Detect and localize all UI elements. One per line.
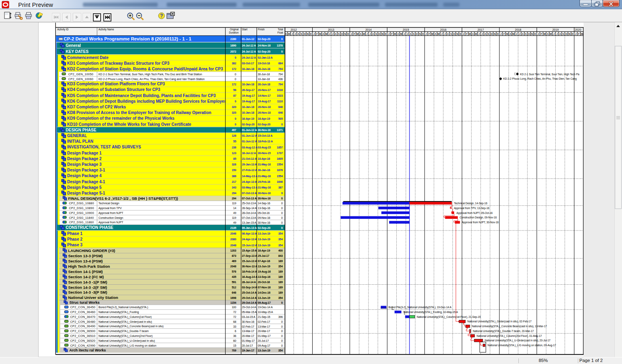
svg-text:Section 13-3 (PSM): Section 13-3 (PSM): [68, 254, 103, 258]
svg-text:N: N: [494, 33, 495, 35]
svg-text:Design Package 2: Design Package 2: [67, 157, 102, 161]
svg-text:1676: 1676: [277, 169, 283, 172]
svg-text:GENERAL: GENERAL: [67, 133, 87, 138]
svg-text:119: 119: [232, 202, 236, 205]
svg-text:CP2_CON_36500: CP2_CON_36500: [70, 329, 95, 333]
svg-text:M: M: [357, 33, 359, 35]
svg-text:M: M: [400, 33, 402, 35]
svg-text:400: 400: [278, 249, 283, 252]
svg-text:2046: 2046: [230, 232, 236, 235]
svg-text:CP2_CON_36470: CP2_CON_36470: [70, 315, 95, 319]
svg-text:National Univesity(STA.)_Colum: National Univesity(STA.)_Column(2nd Floo…: [477, 334, 542, 338]
svg-text:01-May-17: 01-May-17: [258, 334, 271, 338]
svg-text:03-Sep-14 A: 03-Sep-14 A: [242, 286, 257, 289]
svg-text:2017: 2017: [478, 28, 484, 31]
svg-text:1646: 1646: [277, 180, 283, 184]
svg-text:National Univesity(STA.)_Colum: National Univesity(STA.)_Column(2nd Floo…: [99, 334, 153, 338]
svg-text:646: 646: [232, 291, 236, 294]
svg-text:M: M: [319, 33, 321, 35]
svg-text:F: F: [466, 33, 468, 35]
svg-text:320: 320: [232, 106, 236, 109]
svg-text:D: D: [459, 33, 461, 35]
svg-text:20-Jul-17: 20-Jul-17: [242, 344, 253, 347]
svg-text:19-Dec-14 A: 19-Dec-14 A: [258, 306, 273, 309]
svg-text:0: 0: [281, 339, 283, 343]
svg-text:Technical Design, 14-Sep-16: Technical Design, 14-Sep-16: [454, 202, 488, 205]
svg-text:O: O: [416, 33, 418, 35]
svg-text:100: 100: [232, 306, 236, 309]
svg-text:07-Apr-16: 07-Apr-16: [258, 260, 270, 263]
svg-text:DESIGN PHASE: DESIGN PHASE: [66, 128, 97, 132]
svg-text:0: 0: [281, 325, 283, 328]
svg-text:2280: 2280: [230, 38, 236, 41]
svg-text:1203: 1203: [230, 249, 236, 252]
svg-text:CP2_DSG_10880: CP2_DSG_10880: [69, 201, 94, 205]
svg-text:J: J: [519, 33, 520, 35]
svg-text:KD6 Completion of Depot Buildi: KD6 Completion of Depot Buildings includ…: [67, 99, 226, 104]
svg-text:25-Oct-14 A: 25-Oct-14 A: [242, 291, 257, 294]
svg-text:Construction Design, 09-Nov-16: Construction Design, 09-Nov-16: [460, 216, 497, 219]
svg-text:F: F: [578, 33, 580, 35]
svg-text:02-Sep-20: 02-Sep-20: [258, 123, 271, 126]
svg-text:National Univesity(STA.)_Girde: National Univesity(STA.)_Girder(cast in …: [99, 320, 152, 324]
svg-text:10-Jan-18: 10-Jan-18: [258, 78, 270, 81]
svg-text:28-Jul-14 A: 28-Jul-14 A: [242, 281, 256, 284]
svg-text:709: 709: [232, 349, 236, 352]
svg-text:KD8 Provision of Access to the: KD8 Provision of Access to the Employer …: [67, 110, 211, 115]
svg-text:Construction Design: Construction Design: [99, 216, 123, 220]
svg-text:1857: 1857: [277, 146, 283, 149]
svg-text:0: 0: [281, 226, 283, 230]
svg-text:Bored Pile(3-2)_National Unive: Bored Pile(3-2)_National Univesity(STA.): [99, 306, 148, 309]
svg-text:National Univesity(STA.)_U-Gir: National Univesity(STA.)_U-Girder(cast i…: [99, 339, 155, 343]
svg-text:Commencement Date: Commencement Date: [67, 55, 109, 60]
svg-text:354: 354: [278, 244, 283, 247]
svg-text:LAUNCHING GIRDER (#3): LAUNCHING GIRDER (#3): [68, 248, 115, 253]
svg-text:189: 189: [278, 281, 283, 284]
svg-text:21-Oct-12 A: 21-Oct-12 A: [242, 157, 257, 161]
svg-text:O: O: [528, 33, 530, 35]
svg-text:03-Oct-17: 03-Oct-17: [242, 62, 254, 65]
svg-text:0: 0: [281, 202, 283, 205]
svg-text:02-Jan-13 A: 02-Jan-13 A: [258, 56, 273, 59]
svg-text:J: J: [441, 33, 442, 35]
svg-text:Activity ID: Activity ID: [57, 28, 69, 31]
svg-text:320: 320: [232, 111, 236, 114]
svg-text:29-Oct-14 A: 29-Oct-14 A: [242, 306, 256, 309]
svg-text:D: D: [497, 33, 499, 35]
svg-text:1016: 1016: [277, 89, 283, 92]
svg-text:M: M: [550, 33, 552, 35]
svg-text:294: 294: [232, 197, 236, 200]
svg-text:Phase 2: Phase 2: [67, 237, 83, 241]
svg-text:National Univesity(STA.)_Concr: National Univesity(STA.)_Concrete Beam(c…: [472, 325, 547, 328]
svg-text:189: 189: [278, 286, 283, 289]
svg-text:31-May-16: 31-May-16: [258, 186, 271, 189]
svg-text:505: 505: [278, 117, 283, 121]
svg-text:J: J: [444, 33, 445, 35]
svg-text:0: 0: [281, 330, 283, 333]
svg-text:16-Apr-19: 16-Apr-19: [258, 117, 270, 121]
svg-text:F: F: [316, 33, 318, 35]
svg-text:1023: 1023: [277, 94, 283, 97]
svg-text:03-Aug-12 A: 03-Aug-12 A: [242, 146, 258, 149]
svg-text:189: 189: [278, 270, 283, 273]
svg-text:30-Nov-16: 30-Nov-16: [258, 192, 271, 195]
svg-text:0: 0: [281, 301, 283, 305]
svg-text:Section 14-2 (FC M): Section 14-2 (FC M): [68, 275, 104, 279]
svg-text:10-Jan-18: 10-Jan-18: [242, 106, 254, 109]
svg-text:CP-2 Detail Works Programme Re: CP-2 Detail Works Programme Revision 8 (…: [64, 36, 192, 41]
svg-text:13-Jun-19: 13-Jun-19: [258, 232, 270, 235]
svg-text:14-Sep-16: 14-Sep-16: [258, 202, 270, 205]
svg-text:24-Apr-13 A: 24-Apr-13 A: [242, 238, 257, 241]
svg-text:CP2_CON_36520: CP2_CON_36520: [70, 339, 95, 343]
svg-text:343: 343: [232, 186, 236, 189]
svg-text:13-Jan-15 A: 13-Jan-15 A: [242, 221, 256, 224]
svg-text:S: S: [301, 33, 303, 35]
svg-text:S: S: [375, 33, 377, 35]
svg-text:D: D: [385, 33, 386, 35]
svg-text:25-Oct-13 A: 25-Oct-13 A: [242, 202, 256, 205]
svg-text:M: M: [288, 33, 290, 35]
svg-text:2016: 2016: [440, 28, 446, 31]
svg-text:435: 435: [232, 275, 236, 279]
svg-text:05-Mar-15 A: 05-Mar-15 A: [242, 311, 257, 314]
svg-text:28-Sep-14 A: 28-Sep-14 A: [242, 207, 257, 210]
